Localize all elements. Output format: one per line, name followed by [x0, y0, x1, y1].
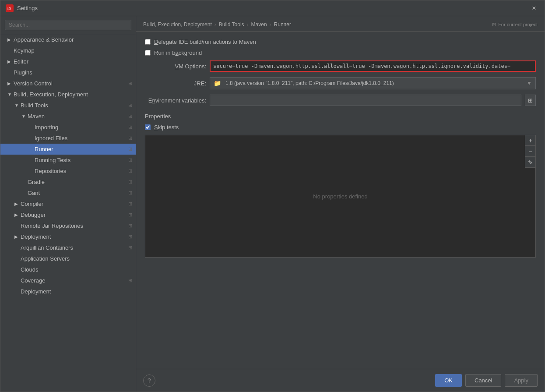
env-variables-input[interactable]	[210, 95, 521, 106]
sidebar-item-label: Appearance & Behavior	[14, 36, 132, 43]
sidebar-item-remote-jar[interactable]: Remote Jar Repositories⊞	[0, 220, 136, 231]
sidebar-item-running-tests[interactable]: Running Tests⊞	[0, 155, 136, 166]
sidebar-item-maven[interactable]: ▼Maven⊞	[0, 111, 136, 122]
breadcrumb-part-4: Runner	[274, 21, 291, 28]
arrow-icon: ▼	[14, 103, 19, 108]
copy-icon: ⊞	[128, 135, 132, 141]
apply-button[interactable]: Apply	[505, 374, 538, 387]
add-property-button[interactable]: +	[525, 135, 535, 146]
jre-row: JRE: 📁 1.8 (java version "1.8.0_211", pa…	[145, 77, 536, 89]
delegate-checkbox[interactable]	[145, 39, 151, 45]
run-background-row: Run in background	[145, 49, 536, 56]
sidebar-item-runner[interactable]: Runner⊞	[0, 144, 136, 155]
copy-icon: ⊞	[128, 234, 132, 240]
sidebar-search-box	[0, 16, 136, 34]
sidebar-item-clouds[interactable]: Clouds	[0, 264, 136, 275]
sidebar-item-deployment[interactable]: ▶Deployment⊞	[0, 231, 136, 242]
copy-icon: ⊞	[128, 124, 132, 130]
sidebar-item-label: Compiler	[21, 201, 128, 207]
sidebar-item-label: Gradle	[28, 179, 128, 185]
sidebar-item-build-tools[interactable]: ▼Build Tools⊞	[0, 100, 136, 111]
copy-icon: ⊞	[128, 201, 132, 207]
sidebar-item-appearance[interactable]: ▶Appearance & Behavior	[0, 34, 136, 45]
copy-icon: ⊞	[128, 102, 132, 108]
sidebar-item-label: Repositories	[35, 168, 128, 174]
remove-property-button[interactable]: −	[525, 146, 535, 157]
jre-folder-icon: 📁	[214, 80, 221, 87]
app-icon: IJ	[6, 4, 14, 12]
chevron-down-icon: ▼	[527, 80, 532, 86]
skip-tests-label[interactable]: Skip tests	[154, 124, 179, 131]
edit-property-button[interactable]: ✎	[525, 157, 535, 168]
sidebar-item-label: Keymap	[14, 47, 132, 54]
svg-text:IJ: IJ	[7, 7, 11, 11]
env-label: Environment variables:	[145, 97, 206, 104]
sidebar-item-label: Deployment	[21, 288, 132, 295]
copy-icon: ⊞	[128, 179, 132, 185]
run-background-checkbox[interactable]	[145, 50, 151, 56]
properties-toolbar: + − ✎	[525, 135, 535, 168]
env-row: Environment variables: ⊞	[145, 95, 536, 106]
sidebar-item-repositories[interactable]: Repositories⊞	[0, 166, 136, 177]
main-panel: Build, Execution, Deployment › Build Too…	[136, 16, 545, 392]
copy-icon: ⊞	[128, 245, 132, 251]
sidebar-item-label: Build Tools	[21, 102, 128, 109]
sidebar-item-keymap[interactable]: Keymap	[0, 45, 136, 56]
skip-tests-checkbox[interactable]	[145, 124, 151, 130]
sidebar-item-label: Running Tests	[35, 157, 128, 163]
env-browse-button[interactable]: ⊞	[525, 95, 536, 106]
sidebar-item-ignored-files[interactable]: Ignored Files⊞	[0, 133, 136, 144]
properties-area: + − ✎ No properties defined	[145, 135, 536, 258]
sidebar-item-label: Deployment	[21, 233, 128, 240]
dialog-title: Settings	[17, 5, 38, 11]
sidebar-item-build-exec-deploy[interactable]: ▼Build, Execution, Deployment	[0, 89, 136, 100]
arrow-icon: ▶	[14, 212, 19, 217]
help-button[interactable]: ?	[143, 374, 155, 387]
delegate-label[interactable]: Delegate IDE build/run actions to Maven	[154, 39, 256, 45]
settings-sidebar: ▶Appearance & BehaviorKeymap▶EditorPlugi…	[0, 16, 136, 392]
sidebar-item-importing[interactable]: Importing⊞	[0, 122, 136, 133]
settings-content: Delegate IDE build/run actions to Maven …	[136, 32, 545, 369]
breadcrumb-part-3: Maven	[251, 21, 267, 28]
arrow-icon: ▼	[21, 114, 26, 119]
sidebar-item-plugins[interactable]: Plugins	[0, 67, 136, 78]
arrow-icon: ▶	[7, 37, 12, 42]
arrow-icon: ▶	[14, 201, 19, 206]
sidebar-item-coverage[interactable]: Coverage⊞	[0, 275, 136, 286]
sidebar-item-app-servers[interactable]: Application Servers	[0, 253, 136, 264]
sidebar-item-gant[interactable]: Gant⊞	[0, 187, 136, 198]
sidebar-item-gradle[interactable]: Gradle⊞	[0, 177, 136, 187]
close-button[interactable]: ×	[529, 3, 539, 14]
for-project-text: For current project	[498, 22, 538, 27]
copy-icon: ⊞	[128, 146, 132, 152]
copy-icon: ⊞	[128, 190, 132, 196]
delegate-row: Delegate IDE build/run actions to Maven	[145, 39, 536, 45]
sidebar-item-compiler[interactable]: ▶Compiler⊞	[0, 198, 136, 209]
vm-options-input[interactable]	[210, 60, 536, 72]
copy-icon: ⊞	[128, 278, 132, 283]
sidebar-item-deployment2[interactable]: Deployment	[0, 286, 136, 297]
breadcrumb-sep-1: ›	[214, 21, 216, 28]
ok-button[interactable]: OK	[435, 374, 462, 387]
sidebar-item-editor[interactable]: ▶Editor	[0, 56, 136, 67]
sidebar-item-debugger[interactable]: ▶Debugger⊞	[0, 209, 136, 220]
jre-select[interactable]: 📁 1.8 (java version "1.8.0_211", path: C…	[210, 77, 536, 89]
run-background-label[interactable]: Run in background	[154, 49, 202, 56]
arrow-icon: ▶	[7, 81, 12, 86]
sidebar-item-version-control[interactable]: ▶Version Control⊞	[0, 78, 136, 89]
vm-options-label: VM Options:	[145, 63, 206, 70]
copy-icon: ⊞	[128, 223, 132, 229]
search-input[interactable]	[5, 20, 131, 30]
for-project-badge: 🖹 For current project	[492, 22, 538, 27]
breadcrumb-part-2: Build Tools	[219, 21, 244, 28]
sidebar-item-label: Arquillian Containers	[21, 244, 128, 251]
properties-section-title: Properties	[145, 113, 536, 120]
cancel-button[interactable]: Cancel	[465, 374, 501, 387]
copy-icon: ⊞	[128, 113, 132, 119]
sidebar-item-arquillian[interactable]: Arquillian Containers⊞	[0, 242, 136, 253]
sidebar-item-label: Build, Execution, Deployment	[14, 91, 132, 98]
breadcrumb: Build, Execution, Deployment › Build Too…	[136, 16, 545, 32]
sidebar-item-label: Coverage	[21, 277, 128, 284]
copy-icon: ⊞	[128, 212, 132, 218]
copy-icon: ⊞	[128, 168, 132, 174]
